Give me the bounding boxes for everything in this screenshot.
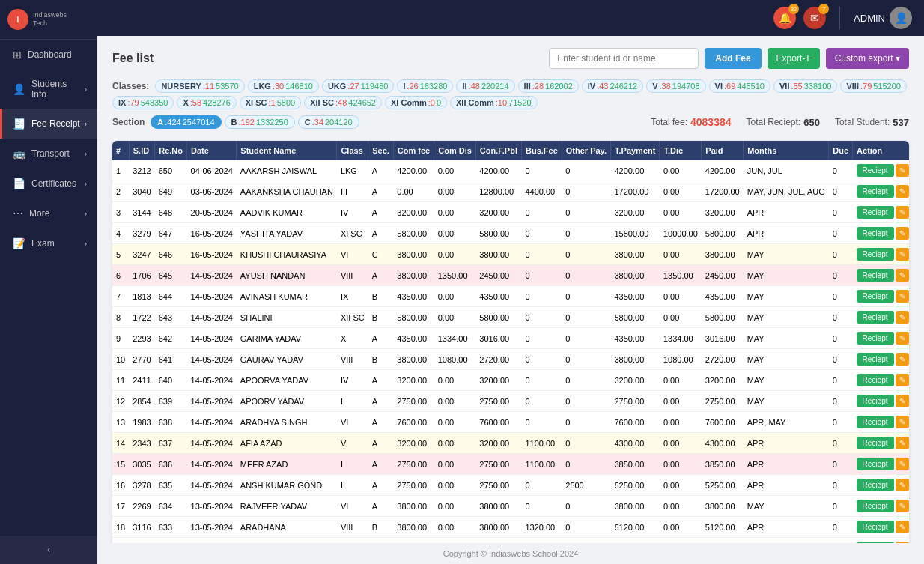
cell-action: Reciept ✎ Fee F-CR xyxy=(853,202,909,223)
cell-due: 0 xyxy=(829,202,853,223)
cell-name: YASHITA YADAV xyxy=(237,223,337,244)
class-badge-v[interactable]: V :38 194708 xyxy=(646,79,705,93)
cell-tpayment: 3850.00 xyxy=(610,454,659,475)
reciept-button[interactable]: Reciept xyxy=(857,521,894,533)
class-badge-xi-sc[interactable]: XI SC :1 5800 xyxy=(240,96,301,109)
cell-sid: 2293 xyxy=(129,328,154,349)
reciept-button[interactable]: Reciept xyxy=(857,353,894,366)
sidebar-collapse-button[interactable]: ‹ xyxy=(0,536,97,564)
class-badge-vi[interactable]: VI :69 445510 xyxy=(709,79,770,93)
edit-button[interactable]: ✎ xyxy=(896,311,909,324)
reciept-button[interactable]: Reciept xyxy=(857,458,894,470)
edit-button[interactable]: ✎ xyxy=(896,479,909,491)
reciept-button[interactable]: Reciept xyxy=(857,206,894,219)
cell-sid: 3115 xyxy=(129,538,154,544)
cell-comdis: 0.00 xyxy=(434,538,476,544)
cell-busfee: 0 xyxy=(521,307,562,328)
edit-button[interactable]: ✎ xyxy=(896,290,909,303)
cell-due: 0 xyxy=(829,517,853,538)
sidebar-item-dashboard[interactable]: ⊞ Dashboard xyxy=(0,40,97,70)
cell-num: 17 xyxy=(112,496,129,517)
edit-button[interactable]: ✎ xyxy=(896,227,909,240)
edit-button[interactable]: ✎ xyxy=(896,395,909,407)
search-input[interactable] xyxy=(549,48,699,69)
edit-button[interactable]: ✎ xyxy=(896,416,909,428)
edit-button[interactable]: ✎ xyxy=(896,521,909,533)
class-badge-xi-comm[interactable]: XI Comm :0 0 xyxy=(385,96,447,109)
edit-button[interactable]: ✎ xyxy=(896,206,909,219)
sidebar-item-exam[interactable]: 📝 Exam › xyxy=(0,228,97,258)
sidebar-item-fee-receipt[interactable]: 🧾 Fee Receipt › xyxy=(0,109,97,139)
notification-button[interactable]: 🔔 32 xyxy=(773,7,796,29)
class-badge-xii-sc[interactable]: XII SC :48 424652 xyxy=(304,96,382,109)
reciept-button[interactable]: Reciept xyxy=(857,479,894,491)
reciept-button[interactable]: Reciept xyxy=(857,311,894,324)
col-comdis: Com Dis xyxy=(434,141,476,160)
cell-sec: A xyxy=(368,328,394,349)
edit-button[interactable]: ✎ xyxy=(896,353,909,366)
section-badge-b[interactable]: B :192 1332250 xyxy=(225,115,295,129)
reciept-button[interactable]: Reciept xyxy=(857,374,894,386)
cell-class: LKG xyxy=(337,160,368,181)
edit-button[interactable]: ✎ xyxy=(896,248,909,261)
class-badge-ukg[interactable]: UKG :27 119480 xyxy=(322,79,394,93)
section-badge-c[interactable]: C :34 204120 xyxy=(298,115,359,129)
cell-sec: A xyxy=(368,454,394,475)
cell-date: 13-05-2024 xyxy=(187,517,237,538)
table-row: 15 3035 636 14-05-2024 MEER AZAD I A 275… xyxy=(112,454,909,475)
class-badge-xii-comm[interactable]: XII Comm :10 71520 xyxy=(450,96,538,109)
cell-num: 7 xyxy=(112,286,129,307)
sidebar-item-transport[interactable]: 🚌 Transport › xyxy=(0,139,97,169)
edit-button[interactable]: ✎ xyxy=(896,269,909,282)
class-badge-nursery[interactable]: NURSERY :11 53570 xyxy=(155,79,244,93)
edit-button[interactable]: ✎ xyxy=(896,458,909,470)
sidebar-item-certificates[interactable]: 📄 Certificates › xyxy=(0,169,97,198)
edit-button[interactable]: ✎ xyxy=(896,437,909,449)
edit-button[interactable]: ✎ xyxy=(896,164,909,177)
reciept-button[interactable]: Reciept xyxy=(857,500,894,512)
sidebar-item-students[interactable]: 👤 Students Info › xyxy=(0,70,97,109)
add-fee-button[interactable]: Add Fee xyxy=(705,48,761,69)
reciept-button[interactable]: Reciept xyxy=(857,227,894,240)
cell-class: VI xyxy=(337,244,368,265)
class-badge-x[interactable]: X :58 428276 xyxy=(177,96,236,109)
message-button[interactable]: ✉ 7 xyxy=(803,7,826,29)
reciept-button[interactable]: Reciept xyxy=(857,164,894,177)
cell-num: 10 xyxy=(112,349,129,370)
cell-action: Reciept ✎ Fee F-CR xyxy=(853,433,909,454)
reciept-button[interactable]: Reciept xyxy=(857,248,894,261)
section-badge-a[interactable]: A :424 2547014 xyxy=(151,115,221,129)
reciept-button[interactable]: Reciept xyxy=(857,437,894,449)
class-badge-ix[interactable]: IX :79 548350 xyxy=(112,96,174,109)
reciept-button[interactable]: Reciept xyxy=(857,290,894,303)
class-badge-iii[interactable]: III :28 162002 xyxy=(518,79,579,93)
cell-otherpay: 0 xyxy=(562,181,610,202)
edit-button[interactable]: ✎ xyxy=(896,500,909,512)
class-badge-viii[interactable]: VIII :79 515200 xyxy=(840,79,907,93)
edit-button[interactable]: ✎ xyxy=(896,374,909,386)
cell-class: I xyxy=(337,391,368,412)
edit-button[interactable]: ✎ xyxy=(896,185,909,198)
reciept-button[interactable]: Reciept xyxy=(857,416,894,428)
reciept-button[interactable]: Reciept xyxy=(857,332,894,345)
edit-button[interactable]: ✎ xyxy=(896,332,909,345)
custom-export-button[interactable]: Custom export ▾ xyxy=(826,48,909,69)
class-badge-iv[interactable]: IV :43 246212 xyxy=(582,79,643,93)
cell-busfee: 0 xyxy=(521,391,562,412)
cell-tdic: 1350.00 xyxy=(660,265,702,286)
cell-num: 1 xyxy=(112,160,129,181)
sidebar-item-more[interactable]: ⋯ More › xyxy=(0,198,97,228)
cell-busfee: 0 xyxy=(521,244,562,265)
sidebar-logo: I Indiaswebs Tech xyxy=(0,0,97,40)
reciept-button[interactable]: Reciept xyxy=(857,395,894,407)
class-badge-i[interactable]: I :26 163280 xyxy=(397,79,453,93)
class-badge-lkg[interactable]: LKG :30 146810 xyxy=(248,79,319,93)
reciept-button[interactable]: Reciept xyxy=(857,269,894,282)
reciept-button[interactable]: Reciept xyxy=(857,185,894,198)
col-class: Class xyxy=(337,141,368,160)
class-badge-vii[interactable]: VII :55 338100 xyxy=(773,79,837,93)
table-row: 16 3278 635 14-05-2024 ANSH KUMAR GOND I… xyxy=(112,475,909,496)
export-button[interactable]: Export-T xyxy=(768,48,820,69)
class-badge-ii[interactable]: II :48 220214 xyxy=(456,79,514,93)
cell-comdis: 0.00 xyxy=(434,454,476,475)
